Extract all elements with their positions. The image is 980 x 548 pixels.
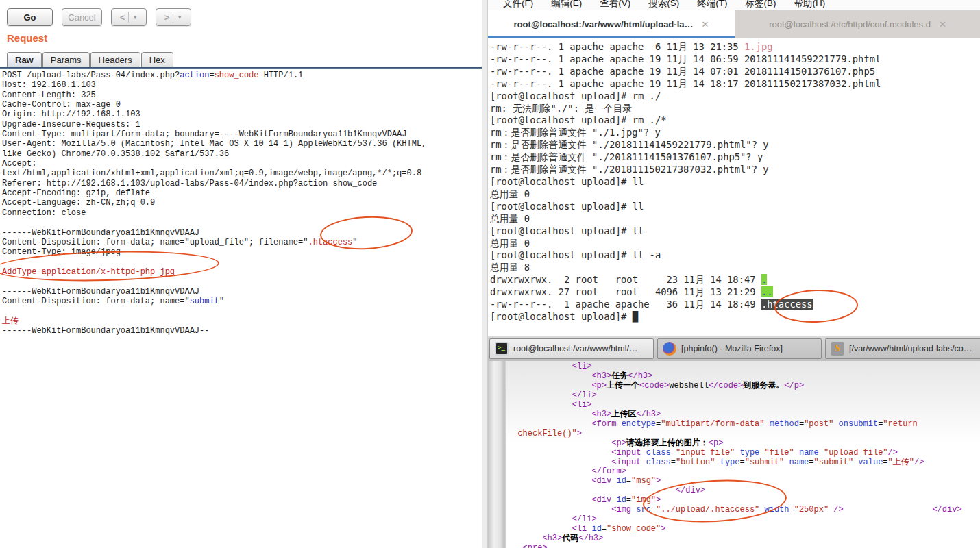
taskbar-item-label: root@localhost:/var/www/html/…: [513, 344, 638, 353]
cancel-button[interactable]: Cancel: [62, 8, 102, 26]
terminal-line: drwxrwxrwx. 27 root root 4096 11月 13 21:…: [490, 286, 980, 299]
screen: Go Cancel < ▼ > ▼ Request Raw Params Hea…: [0, 0, 980, 548]
terminal-output[interactable]: -rw-r--r--. 1 apache apache 6 11月 13 21:…: [488, 38, 980, 323]
menu-edit[interactable]: 编辑(E): [551, 0, 582, 10]
request-line: Content-Disposition: form-data; name="up…: [2, 238, 482, 247]
request-line: [2, 306, 482, 316]
button-divider: [128, 12, 129, 23]
terminal-tab-conf[interactable]: root@localhost:/etc/httpd/conf.modules.d…: [735, 10, 980, 38]
tab-hex[interactable]: Hex: [141, 52, 173, 68]
terminal-line: [root@localhost upload]# ll: [490, 201, 980, 213]
source-line: </div>: [508, 486, 979, 496]
terminal-line: -rw-r--r--. 1 apache apache 6 11月 13 21:…: [490, 41, 980, 53]
menu-view[interactable]: 查看(V): [600, 0, 630, 10]
source-line: <h3>任务</h3>: [508, 372, 979, 382]
request-line: POST /upload-labs/Pass-04/index.php?acti…: [2, 71, 482, 80]
terminal-line: [root@localhost upload]# ll -a: [490, 249, 980, 262]
go-button[interactable]: Go: [7, 8, 53, 26]
repeater-toolbar: Go Cancel < ▼ > ▼: [7, 8, 191, 26]
source-line: <div id="msg">: [508, 477, 979, 486]
terminal-tabbar: root@localhost:/var/www/html/upload-la… …: [488, 10, 980, 38]
source-line: <li>: [508, 401, 979, 410]
next-arrow-label: >: [164, 12, 170, 23]
menu-file[interactable]: 文件(F): [503, 0, 533, 10]
request-view-tabs: Raw Params Headers Hex: [7, 52, 174, 68]
menu-help[interactable]: 帮助(H): [794, 0, 826, 10]
terminal-line: [root@localhost upload]# █: [490, 311, 980, 323]
request-line: Content-Type: image/jpeg: [2, 247, 482, 257]
source-line: <h3>上传区</h3>: [508, 410, 979, 420]
chevron-down-icon[interactable]: ▼: [132, 14, 138, 21]
menu-terminal[interactable]: 终端(T): [697, 0, 727, 10]
prev-request-button[interactable]: < ▼: [111, 8, 147, 26]
prev-arrow-label: <: [120, 12, 125, 23]
firefox-icon: [663, 342, 676, 356]
request-line: ------WebKitFormBoundaryoa11b1KmnqvVDAAJ: [2, 287, 482, 297]
terminal-line: rm：是否删除普通文件 "./201811141459221779.phtml"…: [490, 139, 980, 151]
request-line: [2, 218, 482, 227]
tab-close-icon[interactable]: ✕: [939, 19, 946, 29]
terminal-menubar: 文件(F) 编辑(E) 查看(V) 搜索(S) 终端(T) 标签(B) 帮助(H…: [488, 0, 980, 10]
http-request-text[interactable]: POST /upload-labs/Pass-04/index.php?acti…: [2, 71, 482, 336]
tab-raw[interactable]: Raw: [7, 52, 42, 68]
request-line: Accept-Encoding: gzip, deflate: [2, 188, 482, 198]
menu-search[interactable]: 搜索(S): [648, 0, 679, 10]
source-line: <img src="../upload/.htaccess" width="25…: [508, 506, 979, 515]
request-line: Upgrade-Insecure-Requests: 1: [2, 120, 482, 129]
request-line: Connection: close: [2, 208, 482, 218]
terminal-line: -rw-r--r--. 1 apache apache 19 11月 14 07…: [490, 66, 980, 78]
burp-repeater-pane: Go Cancel < ▼ > ▼ Request Raw Params Hea…: [0, 0, 482, 548]
request-line: Content-Disposition: form-data; name="su…: [2, 297, 482, 306]
terminal-line: rm：是否删除普通文件 "./1.jpg"? y: [490, 127, 980, 139]
request-line: AddType application/x-httpd-php jpg: [2, 267, 482, 277]
request-line: Content-Length: 325: [2, 90, 482, 100]
request-line: like Gecko) Chrome/70.0.3538.102 Safari/…: [2, 149, 482, 159]
terminal-line: [root@localhost upload]# rm ./*: [490, 114, 980, 127]
terminal-line: [root@localhost upload]# ll: [490, 225, 980, 238]
tab-params[interactable]: Params: [42, 52, 90, 68]
window-left-frame: [488, 361, 506, 548]
terminal-line: [root@localhost upload]# rm ./: [490, 90, 980, 103]
terminal-line: 总用量 0: [490, 213, 980, 225]
request-section-title: Request: [7, 32, 47, 44]
terminal-window: 文件(F) 编辑(E) 查看(V) 搜索(S) 终端(T) 标签(B) 帮助(H…: [488, 0, 980, 336]
tab-headers[interactable]: Headers: [90, 52, 140, 68]
taskbar-item-label: [phpinfo() - Mozilla Firefox]: [681, 344, 783, 353]
next-request-button[interactable]: > ▼: [156, 8, 191, 26]
source-line: <pre>: [508, 544, 979, 548]
source-line: <h3>代码</h3>: [508, 534, 979, 544]
request-line: Accept:: [2, 159, 482, 169]
source-line: <li>: [508, 362, 979, 372]
chevron-down-icon[interactable]: ▼: [177, 14, 182, 21]
terminal-line: rm：是否删除普通文件 "./201811141501376107.php5"?…: [490, 151, 980, 164]
request-line: text/html,application/xhtml+xml,applicat…: [2, 169, 482, 178]
terminal-tab-upload[interactable]: root@localhost:/var/www/html/upload-la… …: [488, 10, 735, 38]
request-line: 上传: [2, 316, 482, 326]
source-line: <li id="show_code">: [508, 525, 979, 534]
source-line: <p>上传一个<code>webshell</code>到服务器。</p>: [508, 382, 979, 391]
taskbar: >_ root@localhost:/var/www/html/… [phpin…: [488, 336, 980, 361]
html-source-code[interactable]: <li> <h3>任务</h3> <p>上传一个<code>webshell</…: [508, 362, 979, 548]
taskbar-item-sublime[interactable]: S [/var/www/html/upload-labs/co…: [825, 338, 980, 359]
source-line: <p>请选择要上传的图片：<p>: [508, 439, 979, 449]
terminal-line: 总用量 8: [490, 262, 980, 274]
terminal-line: -rw-r--r--. 1 apache apache 19 11月 14 06…: [490, 53, 980, 66]
taskbar-item-firefox[interactable]: [phpinfo() - Mozilla Firefox]: [657, 338, 822, 359]
source-line: <input class="button" type="submit" name…: [508, 458, 979, 468]
request-line: Accept-Language: zh-CN,zh;q=0.9: [2, 198, 482, 208]
request-line: [2, 277, 482, 286]
taskbar-item-terminal[interactable]: >_ root@localhost:/var/www/html/…: [489, 338, 654, 359]
request-line: Origin: http://192.168.1.103: [2, 110, 482, 119]
terminal-line: rm: 无法删除"./": 是一个目录: [490, 103, 980, 115]
taskbar-item-label: [/var/www/html/upload-labs/co…: [849, 344, 972, 353]
menu-tabs[interactable]: 标签(B): [746, 0, 776, 10]
request-line: ------WebKitFormBoundaryoa11b1KmnqvVDAAJ…: [2, 326, 482, 336]
terminal-tab-title: root@localhost:/var/www/html/upload-la…: [514, 19, 694, 29]
view-source-window: <li> <h3>任务</h3> <p>上传一个<code>webshell</…: [488, 361, 980, 548]
source-line: </form>: [508, 467, 979, 477]
terminal-line: 总用量 0: [490, 188, 980, 201]
request-line: ------WebKitFormBoundaryoa11b1KmnqvVDAAJ: [2, 228, 482, 238]
request-line: Referer: http://192.168.1.103/upload-lab…: [2, 179, 482, 188]
source-line: checkFile()">: [508, 429, 979, 439]
tab-close-icon[interactable]: ✕: [701, 19, 709, 29]
